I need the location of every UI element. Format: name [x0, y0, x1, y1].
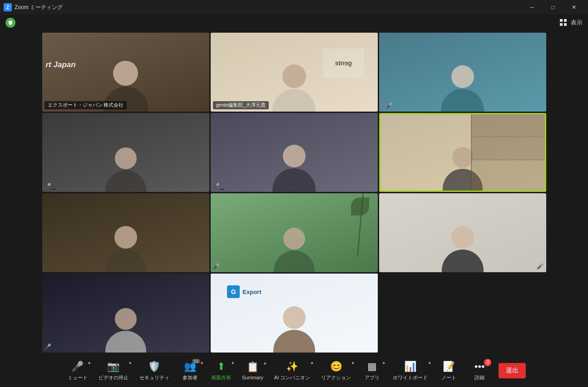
participant-label-2: gente編集部_大澤元貴 [213, 101, 269, 109]
video-bg-5 [211, 113, 378, 192]
mute-icon-3: ✕🎤 [381, 103, 393, 109]
person-figure-10 [42, 274, 209, 353]
participant-cell-empty [379, 274, 546, 353]
participant-cell-3: ✕🎤 [379, 33, 546, 112]
shield-icon: 🛡️ [148, 361, 160, 372]
participant-cell-7 [42, 193, 209, 272]
participant-count-badge: 11 [192, 359, 200, 363]
ai-group: ▲ ✨ AI コンパニオン [269, 359, 316, 383]
video-bg-6 [380, 114, 545, 191]
participant-cell-4: 🎤 [42, 113, 209, 192]
summary-group: ▲ 📋 Summary [237, 359, 269, 382]
gente-magazine: gente [323, 49, 364, 78]
screenshare-caret[interactable]: ▲ [230, 360, 236, 365]
reaction-button[interactable]: 😊 リアクション [317, 359, 355, 383]
mute-caret[interactable]: ▲ [87, 360, 92, 365]
whiteboard-icon: 📊 [404, 361, 416, 372]
view-label: 表示 [571, 19, 583, 27]
apps-caret[interactable]: ▲ [381, 360, 386, 365]
more-button[interactable]: ••• 3 詳細 [466, 359, 493, 383]
video-bg-10 [42, 274, 209, 353]
view-button[interactable]: 表示 [560, 19, 583, 27]
more-badge: 3 [484, 359, 491, 366]
notes-button[interactable]: 📝 ノート [435, 359, 462, 383]
zoom-icon: Z [4, 3, 12, 11]
mute-icon-4: 🎤 [44, 183, 51, 189]
main-content: rt Japan エクスポート・ジャパン 株式会社 gente gente編集部… [0, 31, 588, 354]
security-badge [5, 18, 15, 28]
person-figure-7 [42, 193, 209, 272]
mute-icon: 🎤 [71, 361, 84, 372]
screenshare-group: ▲ ⬆ 画面共有 [206, 359, 237, 383]
summary-caret[interactable]: ▲ [262, 360, 268, 366]
participant-cell-2: gente gente編集部_大澤元貴 [211, 33, 378, 112]
more-group: ••• 3 詳細 [464, 359, 495, 383]
apps-icon: ▦ [367, 361, 377, 372]
security-group: 🛡️ セキュリティ [134, 359, 175, 383]
export-japan-watermark: rt Japan [46, 60, 76, 69]
video-bg-8 [211, 193, 378, 272]
mute-group: ▲ 🎤 ミュート [62, 359, 93, 383]
video-group: ▲ 📷 ビデオの停止 [93, 359, 134, 383]
summary-icon: 📋 [247, 361, 259, 373]
title-bar: Z Zoom ミーティング ─ □ ✕ [0, 0, 588, 15]
whiteboard-group: ▲ 📊 ホワイトボード [387, 359, 433, 383]
video-button[interactable]: 📷 ビデオの停止 [95, 359, 132, 383]
grid-view-icon [560, 19, 567, 26]
video-grid: rt Japan エクスポート・ジャパン 株式会社 gente gente編集部… [42, 33, 546, 353]
person-figure-5 [211, 113, 378, 192]
reaction-caret[interactable]: ▲ [350, 360, 356, 365]
participant-cell-6 [379, 113, 546, 192]
video-label: ビデオの停止 [99, 374, 128, 381]
summary-label: Summary [242, 375, 263, 380]
reaction-icon: 😊 [330, 361, 342, 372]
bookshelf [471, 114, 545, 191]
svg-text:Z: Z [6, 5, 9, 10]
video-bg-4 [42, 113, 209, 192]
title-bar-title: Zoom ミーティング [15, 4, 522, 11]
participant-cell-11: G Export [211, 274, 378, 353]
notes-icon: 📝 [443, 361, 455, 372]
whiteboard-label: ホワイトボード [393, 374, 428, 381]
participant-name-4 [51, 189, 56, 190]
leave-button[interactable]: 退出 [499, 363, 526, 378]
notes-group: 📝 ノート [433, 359, 464, 383]
person-figure-1 [42, 33, 209, 112]
screenshare-icon: ⬆ [217, 361, 225, 372]
reaction-group: ▲ 😊 リアクション [316, 359, 356, 383]
video-bg-3 [379, 33, 546, 112]
security-button[interactable]: 🛡️ セキュリティ [136, 359, 173, 383]
ai-icon: ✨ [286, 361, 298, 372]
security-label: セキュリティ [139, 374, 169, 381]
export-logo: G Export [227, 285, 261, 298]
participant-cell-1: rt Japan エクスポート・ジャパン 株式会社 [42, 33, 209, 112]
mute-label: ミュート [68, 374, 88, 381]
more-label: 詳細 [474, 374, 484, 381]
title-bar-controls: ─ □ ✕ [522, 0, 584, 15]
participants-button[interactable]: 👥 11 参加者 [177, 359, 204, 383]
participant-cell-8: 🎤 [211, 193, 378, 272]
camera-icon: 📷 [107, 361, 119, 372]
ai-button[interactable]: ✨ AI コンパニオン [271, 359, 314, 383]
top-bar: 表示 [0, 15, 588, 31]
video-caret[interactable]: ▲ [128, 360, 133, 365]
whiteboard-button[interactable]: 📊 ホワイトボード [389, 359, 431, 383]
notes-label: ノート [441, 374, 456, 381]
mute-icon-5: 🎤 [213, 183, 220, 189]
close-button[interactable]: ✕ [563, 0, 584, 15]
video-bg-11: G Export [211, 274, 378, 353]
maximize-button[interactable]: □ [543, 0, 563, 15]
screenshare-label: 画面共有 [211, 374, 231, 381]
mute-icon-8: 🎤 [213, 263, 220, 269]
participant-cell-5: 🎤 [211, 113, 378, 192]
minimize-button[interactable]: ─ [522, 0, 543, 15]
participants-group: ▲ 👥 11 参加者 [175, 359, 206, 383]
ai-caret[interactable]: ▲ [309, 360, 315, 365]
participant-cell-10: 🎤 [42, 274, 209, 353]
apps-group: ▲ ▦ アプリ [356, 359, 387, 383]
mute-icon-10: 🎤 [44, 343, 51, 350]
mute-icon-9: 🎤 [537, 263, 544, 269]
video-bg-2: gente [211, 33, 378, 112]
plant-leaf [351, 197, 369, 216]
whiteboard-caret[interactable]: ▲ [427, 360, 432, 365]
